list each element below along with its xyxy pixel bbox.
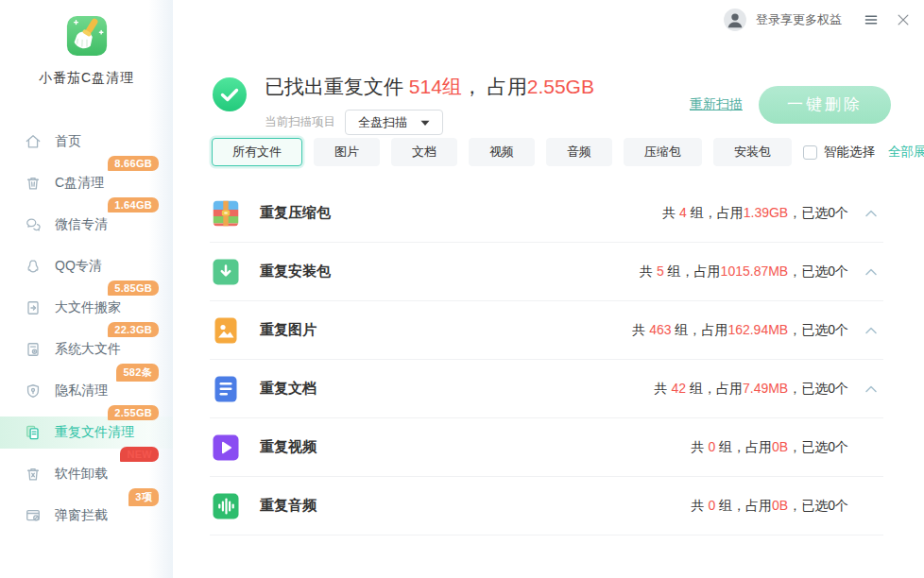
found-prefix: 已找出重复文件: [265, 76, 409, 97]
system-file-icon: [24, 340, 43, 359]
scan-result-header: 已找出重复文件 514组， 占用2.55GB 当前扫描项目 全盘扫描 重新扫描 …: [212, 74, 891, 135]
collapse-chevron-icon[interactable]: [863, 381, 880, 398]
avatar-icon[interactable]: [723, 8, 747, 32]
sidebar-item-label: C盘清理: [55, 175, 104, 192]
smart-select-checkbox[interactable]: [803, 145, 817, 160]
tab-all-files[interactable]: 所有文件: [212, 138, 302, 166]
titlebar-controls: 登录享更多权益: [723, 8, 912, 32]
popup-block-icon: [24, 506, 43, 525]
sidebar-item-label: 微信专清: [55, 216, 108, 233]
sidebar: 小番茄C盘清理 首页 8.66GB C盘清理: [0, 0, 173, 578]
sidebar-item-label: 系统大文件: [55, 341, 121, 358]
row-stats: 共 42 组，占用7.49MB，已选0个: [655, 381, 848, 398]
row-stats: 共 463 组，占用162.94MB，已选0个: [632, 322, 848, 339]
installer-file-icon: [212, 258, 240, 286]
sidebar-item-uninstall[interactable]: NEW 软件卸载: [0, 449, 173, 490]
row-stats: 共 4 组，占用1.39GB，已选0个: [662, 205, 848, 222]
expand-all-label: 全部展开: [888, 144, 924, 161]
scan-scope-value: 全盘扫描: [358, 114, 407, 131]
sidebar-item-system-big-files[interactable]: 22.3GB 系统大文件: [0, 324, 173, 366]
sidebar-item-qq-clean[interactable]: QQ专清: [0, 241, 173, 282]
dropdown-caret-icon: [420, 115, 430, 129]
row-label: 重复图片: [260, 321, 317, 339]
tab-images[interactable]: 图片: [314, 138, 380, 166]
sidebar-item-home[interactable]: 首页: [0, 116, 173, 158]
home-icon: [24, 132, 43, 151]
one-click-delete-button[interactable]: 一键删除: [759, 86, 891, 124]
sidebar-item-label: QQ专清: [55, 258, 102, 275]
new-badge: NEW: [120, 447, 159, 462]
count-badge: 3项: [128, 488, 159, 506]
sidebar-item-duplicate-clean[interactable]: 2.55GB 重复文件清理: [0, 407, 173, 449]
duplicate-files-icon: [24, 423, 43, 442]
disk-clean-icon: [24, 174, 43, 193]
privacy-shield-icon: [24, 382, 43, 400]
row-label: 重复安装包: [260, 263, 331, 280]
expand-all-link[interactable]: 全部展开: [888, 144, 924, 161]
row-stats: 共 5 组，占用1015.87MB，已选0个: [640, 264, 848, 280]
file-move-icon: [24, 298, 43, 317]
row-duplicate-videos[interactable]: 重复视频 共 0 组，占用0B，已选0个: [210, 418, 883, 477]
row-stats: 共 0 组，占用0B，已选0个: [692, 439, 849, 456]
sidebar-item-label: 大文件搬家: [55, 299, 121, 316]
audio-file-icon: [212, 492, 240, 520]
scan-item-label: 当前扫描项目: [265, 114, 335, 130]
scan-scope-dropdown[interactable]: 全盘扫描: [345, 110, 443, 135]
collapse-chevron-icon[interactable]: [863, 264, 880, 280]
sidebar-item-label: 首页: [55, 133, 81, 150]
app-title: 小番茄C盘清理: [0, 70, 173, 87]
rescan-link[interactable]: 重新扫描: [690, 96, 743, 113]
tab-docs[interactable]: 文档: [391, 138, 457, 166]
sidebar-item-label: 重复文件清理: [55, 424, 134, 441]
sidebar-item-label: 弹窗拦截: [55, 507, 108, 524]
sidebar-item-privacy-clean[interactable]: 582条 隐私清理: [0, 366, 173, 407]
sidebar-item-wechat-clean[interactable]: 1.64GB 微信专清: [0, 199, 173, 241]
collapse-chevron-icon[interactable]: [863, 322, 880, 339]
collapse-chevron-icon[interactable]: [863, 205, 880, 222]
duplicate-groups-list: 重复压缩包 共 4 组，占用1.39GB，已选0个 重复安装包 共 5 组，占用…: [210, 184, 883, 536]
sidebar-item-label: 软件卸载: [55, 466, 108, 483]
close-icon[interactable]: [895, 11, 912, 28]
separator: ，: [462, 76, 488, 97]
archive-file-icon: [212, 199, 240, 228]
sidebar-item-cdrive-clean[interactable]: 8.66GB C盘清理: [0, 158, 173, 199]
row-duplicate-docs[interactable]: 重复文档 共 42 组，占用7.49MB，已选0个: [210, 360, 883, 418]
count-badge: 582条: [116, 364, 159, 382]
video-file-icon: [212, 434, 240, 462]
uninstall-icon: [24, 465, 43, 484]
usage-label: 占用: [488, 76, 527, 97]
sidebar-item-label: 隐私清理: [55, 382, 108, 400]
row-duplicate-installers[interactable]: 重复安装包 共 5 组，占用1015.87MB，已选0个: [210, 243, 883, 301]
size-badge: 22.3GB: [108, 322, 159, 337]
row-label: 重复音频: [260, 497, 317, 515]
sidebar-nav: 首页 8.66GB C盘清理 1.64GB: [0, 116, 173, 532]
scan-complete-check-icon: [212, 76, 248, 112]
file-type-filter-bar: 所有文件 图片 文档 视频 音频 压缩包 安装包 智能选择 全部展开: [212, 138, 891, 166]
row-duplicate-archives[interactable]: 重复压缩包 共 4 组，占用1.39GB，已选0个: [210, 184, 883, 243]
sidebar-item-big-file-move[interactable]: 5.85GB 大文件搬家: [0, 282, 173, 324]
hamburger-menu-icon[interactable]: [863, 11, 880, 28]
row-label: 重复压缩包: [260, 204, 331, 222]
image-file-icon: [212, 316, 240, 345]
size-badge: 5.85GB: [108, 280, 159, 296]
row-label: 重复文档: [260, 380, 317, 398]
app-logo: 小番茄C盘清理: [0, 0, 173, 87]
wechat-icon: [24, 215, 43, 234]
qq-icon: [24, 257, 43, 276]
size-badge: 1.64GB: [108, 197, 159, 212]
groups-count: 514组: [409, 76, 462, 97]
green-broom-logo-icon: [65, 14, 109, 58]
size-badge: 2.55GB: [108, 405, 159, 420]
row-duplicate-images[interactable]: 重复图片 共 463 组，占用162.94MB，已选0个: [210, 301, 883, 360]
sidebar-item-popup-block[interactable]: 3项 弹窗拦截: [0, 490, 173, 532]
tab-videos[interactable]: 视频: [469, 138, 535, 166]
size-badge: 8.66GB: [108, 156, 159, 171]
scan-result-title: 已找出重复文件 514组， 占用2.55GB: [265, 74, 594, 100]
usage-value: 2.55GB: [527, 76, 594, 97]
login-link[interactable]: 登录享更多权益: [756, 11, 842, 28]
doc-file-icon: [212, 375, 240, 403]
tab-installers[interactable]: 安装包: [713, 138, 792, 166]
row-duplicate-audio[interactable]: 重复音频 共 0 组，占用0B，已选0个: [210, 477, 883, 536]
tab-archives[interactable]: 压缩包: [624, 138, 702, 166]
tab-audio[interactable]: 音频: [546, 138, 612, 166]
